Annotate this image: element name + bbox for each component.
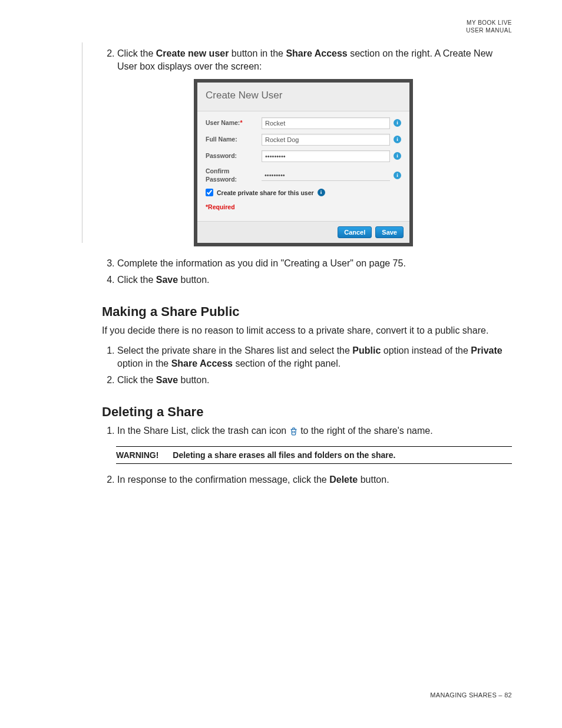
row-username: User Name:* Rocket i (206, 117, 401, 129)
page-header: MY BOOK LIVE USER MANUAL (466, 19, 512, 34)
input-username[interactable]: Rocket (262, 117, 390, 129)
step-3: Complete the information as you did in "… (117, 257, 512, 270)
info-icon[interactable]: i (394, 172, 401, 179)
row-confirm-password: Confirm Password: ••••••••• i (206, 167, 401, 184)
heading-deleting-share: Deleting a Share (102, 404, 512, 420)
public-step-1: Select the private share in the Shares l… (117, 344, 512, 370)
label-fullname: Full Name: (206, 135, 262, 143)
dialog-footer: Cancel Save (197, 221, 409, 243)
label-password: Password: (206, 151, 262, 160)
info-icon[interactable]: i (394, 152, 401, 160)
delete-step-1: In the Share List, click the trash can i… (117, 424, 512, 439)
required-note: *Required (206, 203, 401, 211)
info-icon[interactable]: i (318, 189, 325, 196)
step-2: Click the Create new user button in the … (117, 47, 512, 246)
label-confirm-password: Confirm Password: (206, 167, 262, 184)
input-fullname[interactable]: Rocket Dog (262, 134, 390, 146)
label-username: User Name:* (206, 118, 262, 127)
dialog-title: Create New User (197, 83, 409, 111)
row-private-share-checkbox: Create private share for this user i (206, 189, 401, 197)
page-footer: MANAGING SHARES – 82 (430, 691, 512, 699)
warning-block: WARNING!Deleting a share erases all file… (116, 446, 512, 464)
input-confirm-password[interactable]: ••••••••• (262, 170, 390, 181)
step-4: Click the Save button. (117, 274, 512, 286)
input-password[interactable]: ••••••••• (262, 150, 390, 162)
info-icon[interactable]: i (394, 136, 401, 143)
public-step-2: Click the Save button. (117, 374, 512, 387)
save-button[interactable]: Save (375, 226, 404, 238)
checkbox-private-share[interactable] (206, 189, 213, 196)
create-new-user-dialog: Create New User User Name:* Rocket i Ful… (194, 79, 413, 246)
info-icon[interactable]: i (394, 119, 401, 127)
checkbox-label: Create private share for this user (217, 189, 314, 197)
public-intro: If you decide there is no reason to limi… (102, 324, 512, 337)
row-fullname: Full Name: Rocket Dog i (206, 134, 401, 146)
margin-rule (82, 42, 82, 243)
cancel-button[interactable]: Cancel (338, 226, 372, 238)
warning-text: Deleting a share erases all files and fo… (173, 450, 395, 460)
trash-icon (289, 426, 298, 439)
heading-making-share-public: Making a Share Public (102, 304, 512, 319)
header-line2: USER MANUAL (466, 27, 512, 34)
delete-step-2: In response to the confirmation message,… (117, 473, 512, 486)
row-password: Password: ••••••••• i (206, 150, 401, 162)
warning-label: WARNING! (116, 450, 158, 460)
header-line1: MY BOOK LIVE (466, 19, 512, 27)
